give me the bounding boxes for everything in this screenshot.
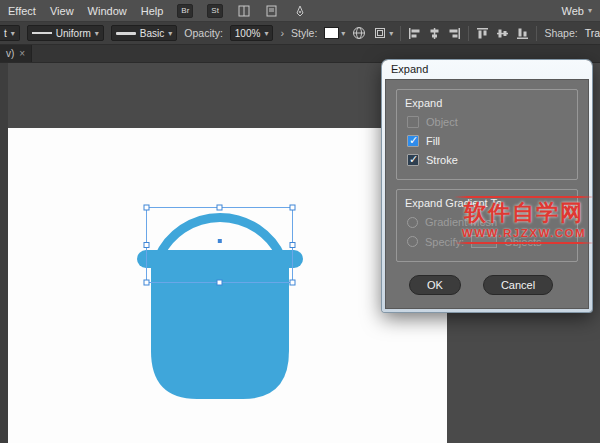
arrange-documents-icon[interactable] bbox=[237, 4, 251, 18]
document-setup-select[interactable]: ▾ bbox=[373, 26, 393, 40]
chevron-down-icon: ▾ bbox=[95, 29, 99, 38]
dialog-body: Expand Object Fill Stroke Expand Gradien… bbox=[385, 79, 589, 309]
workspace-switcher[interactable]: Web ▾ bbox=[562, 5, 592, 17]
expand-gradient-group: Expand Gradient To Gradient Mesh Specify… bbox=[396, 189, 578, 262]
menu-bar: Effect View Window Help Br St Web ▾ bbox=[0, 0, 600, 22]
specify-radio bbox=[407, 236, 418, 247]
expand-group-label: Expand bbox=[405, 97, 569, 109]
gradient-group-label: Expand Gradient To bbox=[405, 197, 569, 209]
menu-help[interactable]: Help bbox=[141, 5, 164, 17]
objects-label: Objects bbox=[504, 236, 541, 248]
selection-handle[interactable] bbox=[217, 280, 222, 285]
brush-definition-value: Basic bbox=[140, 28, 164, 39]
brush-preview bbox=[116, 32, 136, 35]
selection-handle[interactable] bbox=[144, 205, 149, 210]
brush-definition-select[interactable]: Basic ▾ bbox=[111, 25, 177, 41]
selection-handle[interactable] bbox=[290, 280, 295, 285]
fill-checkbox-row[interactable]: Fill bbox=[407, 135, 569, 147]
globe-icon[interactable] bbox=[352, 26, 366, 40]
shape-label: Shape: bbox=[544, 27, 577, 39]
menu-effect[interactable]: Effect bbox=[8, 5, 36, 17]
selection-handle[interactable] bbox=[217, 205, 222, 210]
control-bar: t ▾ Uniform ▾ Basic ▾ Opacity: 100% ▾ › … bbox=[0, 22, 600, 45]
menu-view[interactable]: View bbox=[50, 5, 74, 17]
document-tab[interactable]: v) × bbox=[0, 45, 32, 62]
gradient-mesh-label: Gradient Mesh bbox=[425, 216, 497, 228]
transform-label[interactable]: Transf bbox=[585, 27, 600, 39]
align-middle-icon[interactable] bbox=[496, 26, 509, 40]
opacity-select[interactable]: 100% ▾ bbox=[230, 25, 274, 41]
align-right-icon[interactable] bbox=[448, 26, 461, 40]
selection-handle[interactable] bbox=[290, 243, 295, 248]
align-center-horizontal-icon[interactable] bbox=[428, 26, 441, 40]
specify-label: Specify: bbox=[425, 236, 464, 248]
fill-checkbox[interactable] bbox=[407, 135, 419, 147]
selection-handle[interactable] bbox=[144, 243, 149, 248]
ok-button[interactable]: OK bbox=[409, 275, 461, 295]
document-setup-icon bbox=[373, 26, 387, 40]
stroke-checkbox-row[interactable]: Stroke bbox=[407, 154, 569, 166]
selection-handle[interactable] bbox=[290, 205, 295, 210]
bridge-button[interactable]: Br bbox=[177, 4, 193, 18]
object-checkbox[interactable] bbox=[407, 116, 419, 128]
object-checkbox-label: Object bbox=[426, 116, 458, 128]
illustrator-window: Effect View Window Help Br St Web ▾ t ▾ … bbox=[0, 0, 600, 443]
separator bbox=[400, 26, 401, 41]
specify-radio-row: Specify: Objects bbox=[407, 235, 569, 248]
menu-window[interactable]: Window bbox=[88, 5, 127, 17]
expand-dialog: Expand Expand Object Fill Stroke Expand … bbox=[382, 60, 592, 312]
gradient-mesh-radio bbox=[407, 217, 418, 228]
stroke-profile-select[interactable]: Uniform ▾ bbox=[27, 25, 104, 41]
dialog-buttons: OK Cancel bbox=[409, 275, 578, 295]
close-icon[interactable]: × bbox=[19, 48, 25, 59]
workspace-label: Web bbox=[562, 5, 584, 17]
dialog-title[interactable]: Expand bbox=[382, 60, 592, 79]
selection-center-point bbox=[218, 239, 222, 243]
chevron-down-icon: ▾ bbox=[588, 6, 592, 15]
style-swatch-select[interactable]: ▾ bbox=[324, 27, 345, 39]
expand-options-group: Expand Object Fill Stroke bbox=[396, 89, 578, 180]
style-label: Style: bbox=[291, 27, 317, 39]
cancel-button[interactable]: Cancel bbox=[483, 275, 553, 295]
fill-checkbox-label: Fill bbox=[426, 135, 440, 147]
clipped-control[interactable]: t ▾ bbox=[0, 25, 20, 41]
bucket-body-path[interactable] bbox=[151, 268, 289, 399]
separator bbox=[468, 26, 469, 41]
chevron-down-icon: ▾ bbox=[264, 29, 268, 38]
chevron-down-icon: ▾ bbox=[11, 29, 15, 38]
selection-handle[interactable] bbox=[144, 280, 149, 285]
clipped-control-label: t bbox=[4, 28, 7, 39]
stock-button[interactable]: St bbox=[207, 4, 223, 18]
chevron-down-icon: ▾ bbox=[168, 29, 172, 38]
separator bbox=[536, 26, 537, 41]
align-bottom-icon[interactable] bbox=[516, 26, 529, 40]
stroke-profile-preview bbox=[32, 32, 52, 34]
object-checkbox-row[interactable]: Object bbox=[407, 116, 569, 128]
specify-objects-field bbox=[471, 235, 497, 248]
stroke-checkbox[interactable] bbox=[407, 154, 419, 166]
opacity-value: 100% bbox=[235, 28, 261, 39]
stroke-checkbox-label: Stroke bbox=[426, 154, 458, 166]
chevron-down-icon: ▾ bbox=[341, 29, 345, 38]
style-swatch bbox=[324, 27, 339, 39]
gradient-mesh-radio-row: Gradient Mesh bbox=[407, 216, 569, 228]
align-top-icon[interactable] bbox=[476, 26, 489, 40]
chevron-down-icon: ▾ bbox=[389, 29, 393, 38]
more-options-icon[interactable]: › bbox=[280, 27, 284, 39]
document-tab-label: v) bbox=[6, 48, 14, 59]
bucket-lip-path[interactable] bbox=[137, 250, 303, 268]
stroke-profile-value: Uniform bbox=[56, 28, 91, 39]
align-left-icon[interactable] bbox=[408, 26, 421, 40]
document-icon[interactable] bbox=[265, 4, 279, 18]
pen-tool-icon[interactable] bbox=[293, 4, 307, 18]
opacity-label: Opacity: bbox=[184, 27, 223, 39]
